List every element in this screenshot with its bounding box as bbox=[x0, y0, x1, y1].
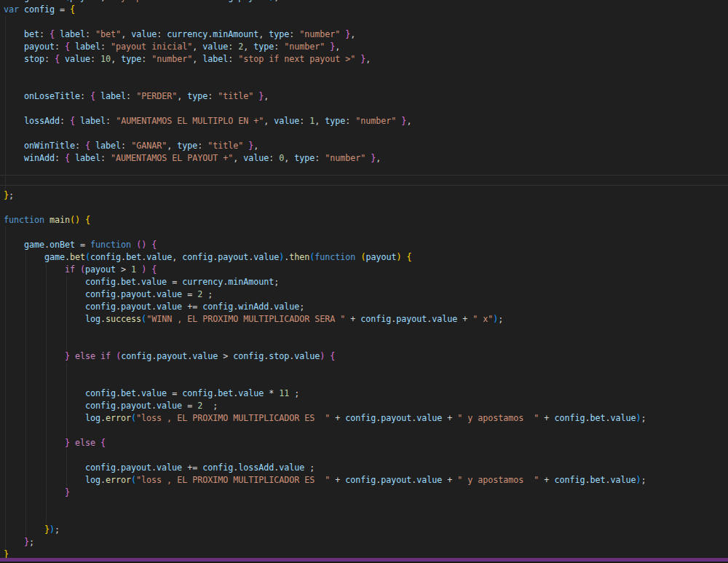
code-line[interactable]: onWinTitle: { label: "GANAR", type: "tit… bbox=[4, 140, 646, 152]
code-line[interactable] bbox=[4, 78, 646, 90]
code-line[interactable]: config.bet.value = config.bet.value * 11… bbox=[4, 387, 646, 400]
code-line[interactable]: config.payout.value += config.lossAdd.va… bbox=[4, 462, 646, 474]
punctuation-token: ; bbox=[498, 314, 503, 324]
editor-screen: game.bet(payout, " y apostamos " + confi… bbox=[0, 0, 728, 563]
code-line[interactable]: winAdd: { label: "AUMENTAMOS EL PAYOUT +… bbox=[4, 152, 646, 165]
code-line[interactable] bbox=[4, 425, 646, 437]
code-line[interactable] bbox=[4, 16, 646, 28]
code-line[interactable]: log.success("WINN , EL PROXIMO MULTIPLIC… bbox=[4, 313, 646, 326]
code-line[interactable] bbox=[4, 103, 646, 115]
code-line[interactable] bbox=[4, 66, 646, 78]
variable-token: payout bbox=[218, 252, 248, 262]
keyword-token: function bbox=[314, 252, 355, 262]
variable-token: label bbox=[95, 141, 121, 151]
bracket-token: { bbox=[100, 438, 106, 448]
code-line[interactable] bbox=[4, 227, 646, 239]
punctuation-token: , bbox=[121, 29, 131, 39]
code-line[interactable] bbox=[4, 499, 646, 511]
control-keyword-token: else bbox=[75, 438, 95, 448]
code-line[interactable]: }; bbox=[4, 536, 646, 548]
variable-token: minAmount bbox=[228, 277, 274, 287]
variable-token: value bbox=[202, 42, 228, 52]
punctuation-token: : bbox=[274, 42, 284, 52]
number-token: 10 bbox=[100, 54, 111, 64]
variable-token: value bbox=[243, 153, 269, 163]
punctuation-token bbox=[70, 351, 75, 361]
punctuation-token: = bbox=[167, 277, 182, 287]
string-token: "payout inicial" bbox=[111, 42, 192, 52]
code-line[interactable]: } else { bbox=[4, 437, 646, 449]
code-line[interactable] bbox=[4, 511, 646, 524]
punctuation-token: += bbox=[182, 462, 202, 473]
punctuation-token: = bbox=[55, 4, 70, 15]
code-line[interactable]: config.payout.value = 2 ; bbox=[4, 288, 646, 301]
variable-token: stop bbox=[24, 54, 44, 64]
punctuation-token bbox=[4, 351, 65, 361]
code-line[interactable] bbox=[4, 326, 646, 338]
punctuation-token: , bbox=[243, 42, 253, 52]
variable-token: value bbox=[141, 277, 167, 287]
punctuation-token: : bbox=[100, 42, 111, 52]
string-token: "title" bbox=[207, 141, 243, 151]
code-line[interactable]: onLoseTitle: { label: "PERDER", type: "t… bbox=[4, 90, 646, 103]
punctuation-token bbox=[4, 462, 85, 473]
code-line[interactable]: }; bbox=[4, 189, 646, 202]
code-line[interactable]: var config = { bbox=[4, 4, 646, 16]
punctuation-token bbox=[4, 91, 24, 101]
punctuation-token: , bbox=[258, 29, 269, 39]
variable-token: bet bbox=[590, 475, 605, 485]
punctuation-token: + bbox=[539, 413, 554, 423]
variable-token: type bbox=[121, 54, 141, 64]
code-line[interactable]: if (payout > 1 ) { bbox=[4, 264, 646, 276]
code-line[interactable] bbox=[4, 177, 646, 189]
string-token: "bet" bbox=[95, 29, 121, 39]
code-line[interactable]: payout: { label: "payout inicial", value… bbox=[4, 41, 646, 53]
variable-token: config bbox=[182, 388, 213, 398]
variable-token: payout bbox=[396, 314, 427, 324]
variable-token: config bbox=[85, 302, 116, 312]
code-line[interactable] bbox=[4, 202, 646, 214]
code-line[interactable] bbox=[4, 165, 646, 177]
variable-token: type bbox=[253, 42, 274, 52]
punctuation-token bbox=[4, 314, 85, 324]
string-token: "loss , EL PROXIMO MULTIPLICADOR ES " bbox=[136, 413, 330, 423]
code-line[interactable] bbox=[4, 449, 646, 462]
variable-token: config bbox=[554, 413, 585, 423]
code-line[interactable]: game.bet(config.bet.value, config.payout… bbox=[4, 251, 646, 264]
function-token: bet bbox=[70, 252, 85, 262]
code-line[interactable]: stop: { value: 10, type: "number", label… bbox=[4, 53, 646, 66]
function-token: bet bbox=[50, 0, 65, 2]
code-line[interactable] bbox=[4, 127, 646, 140]
punctuation-token: , bbox=[376, 153, 381, 163]
code-line[interactable]: log.error("loss , EL PROXIMO MULTIPLICAD… bbox=[4, 412, 646, 425]
punctuation-token: + bbox=[187, 0, 202, 2]
punctuation-token: : bbox=[207, 91, 218, 101]
code-line[interactable]: }); bbox=[4, 524, 646, 536]
code-line[interactable]: lossAdd: { label: "AUMENTAMOS EL MULTIPL… bbox=[4, 115, 646, 127]
punctuation-token: = bbox=[182, 289, 197, 299]
code-line[interactable]: config.payout.value = 2 ; bbox=[4, 400, 646, 412]
punctuation-token: . bbox=[65, 252, 70, 262]
code-line[interactable]: bet: { label: "bet", value: currency.min… bbox=[4, 28, 646, 41]
code-line[interactable]: } bbox=[4, 487, 646, 499]
variable-token: config bbox=[90, 252, 121, 262]
punctuation-token bbox=[4, 29, 24, 39]
code-line[interactable] bbox=[4, 338, 646, 350]
punctuation-token bbox=[4, 252, 44, 262]
code-line[interactable]: } else if (config.payout.value > config.… bbox=[4, 350, 646, 363]
punctuation-token bbox=[4, 537, 24, 547]
code-line[interactable]: config.bet.value = currency.minAmount; bbox=[4, 276, 646, 288]
punctuation-token: : bbox=[126, 91, 136, 101]
variable-token: payout bbox=[121, 289, 151, 299]
code-editor[interactable]: game.bet(payout, " y apostamos " + confi… bbox=[4, 0, 646, 561]
code-line[interactable] bbox=[4, 375, 646, 387]
bracket-token: { bbox=[406, 252, 411, 262]
bracket-token: { bbox=[65, 153, 70, 163]
code-line[interactable]: function main() { bbox=[4, 214, 646, 227]
code-line[interactable]: config.payout.value += config.winAdd.val… bbox=[4, 301, 646, 313]
code-line[interactable] bbox=[4, 363, 646, 375]
code-line[interactable]: game.onBet = function () { bbox=[4, 239, 646, 251]
punctuation-token: : bbox=[141, 54, 151, 64]
code-line[interactable]: log.error("loss , EL PROXIMO MULTIPLICAD… bbox=[4, 474, 646, 487]
variable-token: config bbox=[85, 289, 116, 299]
